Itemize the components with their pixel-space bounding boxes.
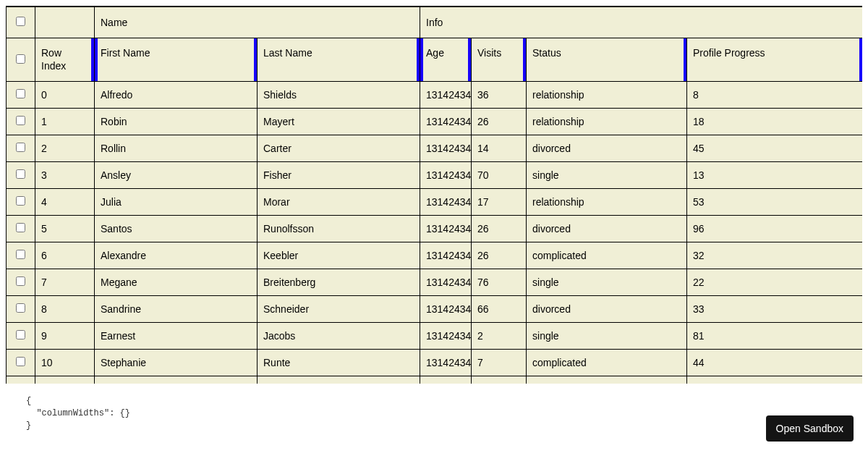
cell-profileProgress: 33 [687,296,862,323]
cell-lastName: Shields [258,82,420,109]
open-sandbox-button[interactable]: Open Sandbox [766,415,854,442]
cell-visits: 26 [472,242,527,269]
row-checkbox[interactable] [16,330,25,339]
header-age: Age [420,38,472,82]
cell-visits: 26 [472,109,527,135]
row-checkbox[interactable] [16,169,25,179]
header-group-info-label: Info [426,17,443,28]
table-row: 11LoisRomaguera13142434597relationship21 [7,376,863,384]
cell-profileProgress: 45 [687,135,862,162]
cell-firstName: Earnest [95,323,258,350]
cell-profileProgress: 22 [687,269,862,296]
cell-lastName: Morar [258,189,420,216]
header-visits: Visits [472,38,527,82]
cell-firstName: Stephanie [95,350,258,376]
cell-status: relationship [527,376,687,384]
cell-age: 131424345 [420,376,472,384]
table-body: 0AlfredoShields13142434536relationship81… [7,82,863,384]
column-resizer[interactable] [523,38,527,81]
cell-rowIndex: 9 [35,323,95,350]
row-checkbox-cell[interactable] [7,323,35,350]
cell-visits: 26 [472,216,527,242]
row-checkbox[interactable] [16,357,25,366]
header-profile-progress: Profile Progress [687,38,862,82]
cell-rowIndex: 5 [35,216,95,242]
header-row-index-label: Row Index [41,47,88,72]
header-checkbox-cell-top[interactable] [7,7,35,38]
table-row: 1RobinMayert13142434526relationship18 [7,109,863,135]
cell-status: divorced [527,296,687,323]
row-checkbox-cell[interactable] [7,376,35,384]
row-checkbox[interactable] [16,116,25,125]
row-checkbox[interactable] [16,250,25,259]
cell-age: 131424345 [420,242,472,269]
row-checkbox-cell[interactable] [7,189,35,216]
cell-lastName: Keebler [258,242,420,269]
cell-rowIndex: 1 [35,109,95,135]
column-resizer-left[interactable] [420,38,424,81]
open-sandbox-label: Open Sandbox [776,423,843,434]
cell-visits: 36 [472,82,527,109]
cell-rowIndex: 6 [35,242,95,269]
cell-profileProgress: 13 [687,162,862,189]
select-all-checkbox[interactable] [16,54,25,64]
cell-lastName: Schneider [258,296,420,323]
data-table-wrapper: Name Info Row Index First Name Last Name [6,6,862,384]
row-checkbox-cell[interactable] [7,350,35,376]
row-checkbox[interactable] [16,223,25,232]
table-row: 7MeganeBreitenberg13142434576single22 [7,269,863,296]
cell-rowIndex: 11 [35,376,95,384]
cell-visits: 76 [472,269,527,296]
header-group-name: Name [95,7,420,38]
header-checkbox-cell[interactable] [7,38,35,82]
column-resizer[interactable] [91,38,95,81]
column-resizer[interactable] [417,38,420,81]
table-row: 4JuliaMorar13142434517relationship53 [7,189,863,216]
select-all-top-checkbox[interactable] [16,17,25,26]
table-row: 8SandrineSchneider13142434566divorced33 [7,296,863,323]
row-checkbox[interactable] [16,143,25,152]
column-resizer[interactable] [684,38,687,81]
cell-status: single [527,323,687,350]
table-row: 5SantosRunolfsson13142434526divorced96 [7,216,863,242]
row-checkbox[interactable] [16,89,25,98]
cell-lastName: Romaguera [258,376,420,384]
cell-age: 131424345 [420,296,472,323]
cell-firstName: Santos [95,216,258,242]
cell-firstName: Lois [95,376,258,384]
header-first-name: First Name [95,38,258,82]
column-resizer[interactable] [254,38,258,81]
row-checkbox-cell[interactable] [7,135,35,162]
row-checkbox[interactable] [16,303,25,313]
column-resizer-left[interactable] [95,38,98,81]
row-checkbox-cell[interactable] [7,296,35,323]
cell-age: 131424345 [420,269,472,296]
cell-status: complicated [527,350,687,376]
cell-firstName: Julia [95,189,258,216]
column-resizer[interactable] [859,38,862,81]
cell-status: relationship [527,109,687,135]
row-checkbox-cell[interactable] [7,162,35,189]
data-table: Name Info Row Index First Name Last Name [6,7,862,384]
table-row: 0AlfredoShields13142434536relationship8 [7,82,863,109]
header-first-name-label: First Name [101,47,150,59]
row-checkbox[interactable] [16,276,25,286]
header-group-row: Name Info [7,7,863,38]
table-row: 2RollinCarter13142434514divorced45 [7,135,863,162]
row-checkbox-cell[interactable] [7,269,35,296]
cell-profileProgress: 18 [687,109,862,135]
cell-age: 131424345 [420,109,472,135]
cell-rowIndex: 7 [35,269,95,296]
row-checkbox-cell[interactable] [7,216,35,242]
cell-firstName: Ansley [95,162,258,189]
header-status: Status [527,38,687,82]
column-resizer[interactable] [468,38,472,81]
row-checkbox-cell[interactable] [7,109,35,135]
cell-rowIndex: 4 [35,189,95,216]
cell-status: relationship [527,82,687,109]
cell-visits: 14 [472,135,527,162]
row-checkbox-cell[interactable] [7,82,35,109]
header-blank-cell [35,7,95,38]
row-checkbox[interactable] [16,196,25,206]
row-checkbox-cell[interactable] [7,242,35,269]
